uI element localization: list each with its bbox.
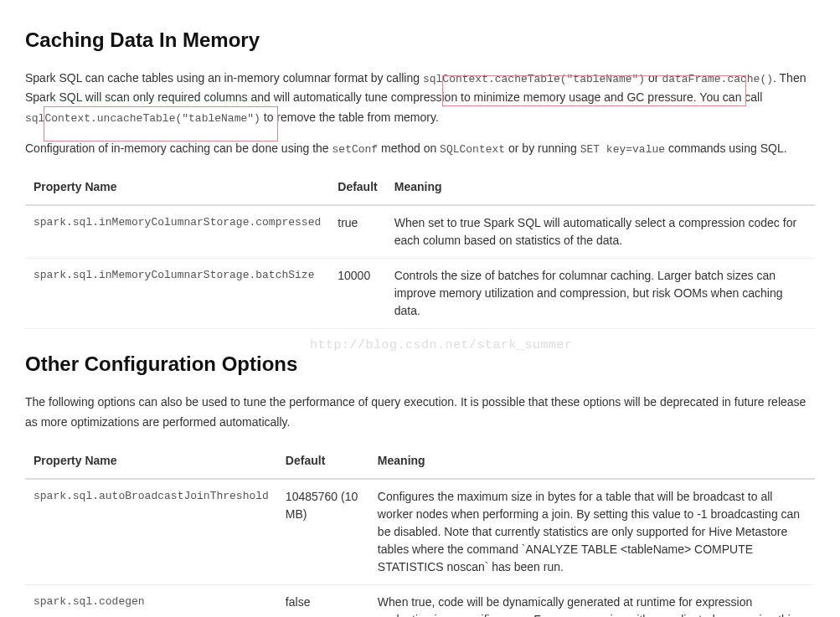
text: or xyxy=(645,71,662,85)
caching-properties-table: Property Name Default Meaning spark.sql.… xyxy=(25,170,815,329)
code-uncachetable: sqlContext.uncacheTable("tableName") xyxy=(25,112,260,125)
cell-property-name: spark.sql.inMemoryColumnarStorage.batchS… xyxy=(25,259,329,329)
col-property-name: Property Name xyxy=(25,170,329,205)
cell-default: 10000 xyxy=(329,259,385,329)
col-property-name: Property Name xyxy=(25,444,277,479)
col-default: Default xyxy=(277,444,369,479)
cell-meaning: When set to true Spark SQL will automati… xyxy=(386,205,815,259)
text: Configuration of in-memory caching can b… xyxy=(25,141,332,155)
text: to remove the table from memory. xyxy=(260,111,439,124)
heading-other-config: Other Configuration Options xyxy=(25,349,815,379)
caching-paragraph-2: Configuration of in-memory caching can b… xyxy=(25,139,815,158)
cell-property-name: spark.sql.autoBroadcastJoinThreshold xyxy=(25,479,277,585)
col-default: Default xyxy=(329,170,385,205)
cell-meaning: Configures the maximum size in bytes for… xyxy=(369,479,815,585)
text: or by running xyxy=(505,141,580,155)
text: commands using SQL. xyxy=(665,141,787,155)
page-content: Caching Data In Memory Spark SQL can cac… xyxy=(25,25,815,617)
code-sqlcontext: SQLContext xyxy=(440,143,505,156)
cell-default: 10485760 (10 MB) xyxy=(277,479,369,585)
col-meaning: Meaning xyxy=(386,170,815,205)
cell-default: false xyxy=(277,584,369,617)
code-setconf: setConf xyxy=(332,143,379,156)
cell-meaning: When true, code will be dynamically gene… xyxy=(369,584,815,617)
cell-property-name: spark.sql.inMemoryColumnarStorage.compre… xyxy=(25,205,329,259)
cell-default: true xyxy=(329,205,385,259)
code-dataframe-cache: dataFrame.cache() xyxy=(662,73,773,85)
heading-caching: Caching Data In Memory xyxy=(25,25,815,55)
col-meaning: Meaning xyxy=(369,444,815,479)
table-row: spark.sql.autoBroadcastJoinThreshold 104… xyxy=(25,479,815,585)
table-row: spark.sql.codegen false When true, code … xyxy=(25,584,815,617)
text: method on xyxy=(378,141,440,155)
other-config-table: Property Name Default Meaning spark.sql.… xyxy=(25,444,815,617)
code-set-key-value: SET key=value xyxy=(580,143,665,156)
cell-property-name: spark.sql.codegen xyxy=(25,584,277,617)
table-row: spark.sql.inMemoryColumnarStorage.batchS… xyxy=(25,259,815,329)
other-config-paragraph: The following options can also be used t… xyxy=(25,393,815,431)
code-cachetable: sqlContext.cacheTable("tableName") xyxy=(423,73,645,85)
cell-meaning: Controls the size of batches for columna… xyxy=(386,259,815,329)
text: Spark SQL can cache tables using an in-m… xyxy=(25,71,423,85)
caching-paragraph-1: Spark SQL can cache tables using an in-m… xyxy=(25,69,815,127)
table-header-row: Property Name Default Meaning xyxy=(25,444,815,479)
table-header-row: Property Name Default Meaning xyxy=(25,170,815,205)
table-row: spark.sql.inMemoryColumnarStorage.compre… xyxy=(25,205,815,259)
